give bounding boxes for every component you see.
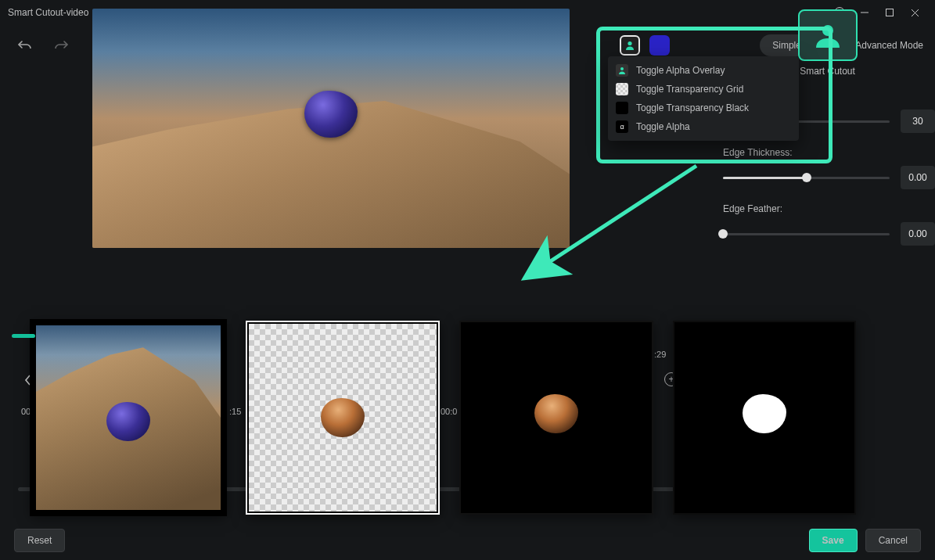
reset-button[interactable]: Reset [14,529,65,552]
brush-size-value[interactable]: 30 [901,109,935,133]
edge-thickness-value[interactable]: 0.00 [901,166,935,189]
dropdown-item-alpha[interactable]: α Toggle Alpha [608,117,799,136]
preview-color-swatch[interactable] [649,35,670,56]
black-icon [616,102,628,114]
thumbnail-transparency-grid[interactable] [246,321,440,515]
edge-thickness-slider[interactable] [723,177,890,179]
timeline-in-marker[interactable] [12,334,35,338]
alpha-icon: α [616,120,628,133]
preview-mode-dropdown: Toggle Alpha Overlay Toggle Transparency… [608,56,799,141]
preview-canvas[interactable] [92,9,570,248]
thumbnail-alpha-overlay[interactable] [31,321,225,515]
dropdown-item-alpha-overlay[interactable]: Toggle Alpha Overlay [608,61,799,80]
smart-cutout-card[interactable] [798,9,858,61]
person-icon [616,64,628,77]
timeline-tick: :29 [654,350,666,359]
timeline-tick: :15 [229,407,241,416]
save-button[interactable]: Save [809,529,858,552]
undo-button[interactable] [12,32,38,59]
svg-point-12 [822,25,833,36]
preview-overlay-swatch[interactable] [620,35,640,56]
edge-feather-label: Edge Feather: [723,203,935,214]
dropdown-item-transparency-grid[interactable]: Toggle Transparency Grid [608,80,799,99]
edge-feather-slider[interactable] [723,233,890,235]
svg-point-11 [620,67,624,70]
timeline-tick: 00 [21,407,31,416]
thumbnail-alpha[interactable] [673,321,856,515]
redo-button[interactable] [48,32,74,59]
cutout-subject [304,91,358,138]
window-title: Smart Cutout-video [8,7,88,18]
edge-thickness-label: Edge Thickness: [723,147,935,158]
timeline-tick: 00:0 [441,407,457,416]
dropdown-item-transparency-black[interactable]: Toggle Transparency Black [608,99,799,117]
svg-point-9 [628,41,631,45]
edge-feather-value[interactable]: 0.00 [901,222,935,246]
thumbnail-transparency-black[interactable] [459,321,653,515]
cancel-button[interactable]: Cancel [865,529,921,552]
checker-icon [616,83,628,95]
